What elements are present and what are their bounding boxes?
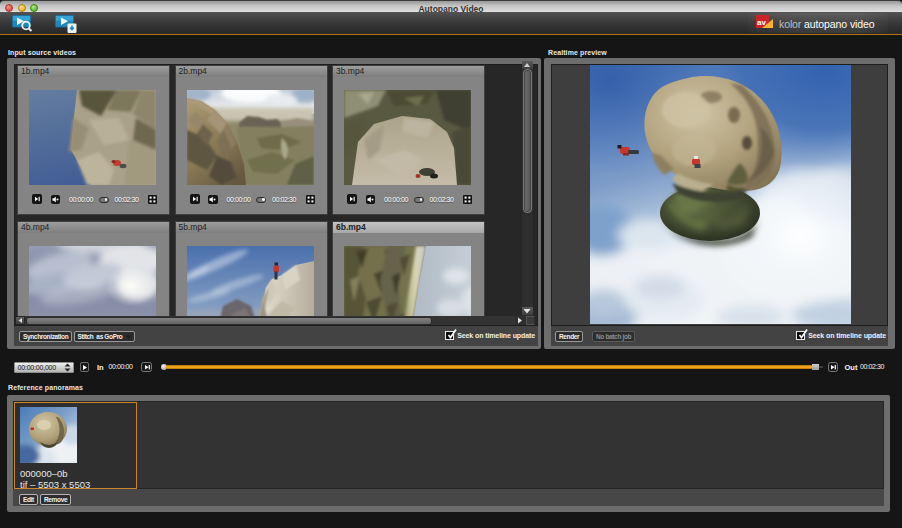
svg-text:av: av — [757, 18, 766, 27]
